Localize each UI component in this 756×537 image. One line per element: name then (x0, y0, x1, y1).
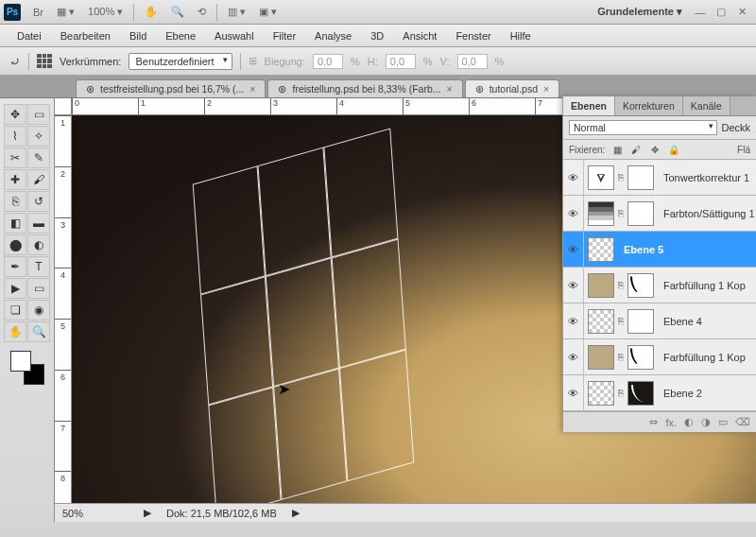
panel-footer-button[interactable]: ⌫ (735, 416, 750, 428)
layer-visibility-toggle[interactable]: 👁 (563, 339, 584, 374)
layer-row[interactable]: 👁⎘Farbton/Sättigung 1 (563, 196, 756, 232)
type-tool[interactable]: T (27, 256, 50, 277)
shape-tool[interactable]: ▭ (27, 278, 50, 299)
color-swatches[interactable] (10, 351, 44, 385)
link-icon[interactable]: ⎘ (617, 352, 625, 362)
menu-3d[interactable]: 3D (361, 26, 393, 45)
crop-tool[interactable]: ✂ (4, 147, 26, 168)
hand-tool-icon[interactable]: ✋ (138, 3, 164, 21)
menu-ebene[interactable]: Ebene (156, 26, 205, 45)
dodge-tool[interactable]: ◐ (27, 234, 50, 255)
lock-all-icon[interactable]: 🔒 (667, 143, 680, 156)
menu-bild[interactable]: Bild (120, 26, 156, 45)
mini-bridge-button[interactable]: ▦ ▾ (50, 3, 81, 21)
mask-thumb[interactable] (627, 201, 654, 226)
maximize-button[interactable]: ▢ (711, 6, 731, 18)
menu-bearbeiten[interactable]: Bearbeiten (51, 26, 120, 45)
gradient-tool[interactable]: ▬ (27, 213, 50, 234)
blur-tool[interactable]: ⬤ (4, 234, 26, 255)
link-icon[interactable]: ⎘ (617, 280, 625, 290)
document-tab[interactable]: ⊛freistellung.psd bei 8,33% (Farb...× (267, 79, 462, 97)
menu-analyse[interactable]: Analyse (305, 26, 361, 45)
layer-name[interactable]: Farbfüllung 1 Kop (658, 352, 746, 363)
layer-visibility-toggle[interactable]: 👁 (563, 268, 584, 303)
blend-mode-dropdown[interactable]: Normal (569, 120, 717, 135)
layer-thumb[interactable] (588, 237, 614, 262)
layer-name[interactable]: Farbfüllung 1 Kop (658, 280, 746, 291)
marquee-tool[interactable]: ▭ (27, 104, 50, 125)
layer-name[interactable]: Ebene 2 (658, 388, 702, 399)
panel-footer-button[interactable]: ◐ (684, 416, 694, 428)
status-menu-icon[interactable]: ▶ (292, 507, 300, 519)
layer-name[interactable]: Farbton/Sättigung 1 (658, 208, 755, 219)
link-icon[interactable]: ⎘ (617, 316, 625, 326)
path-select-tool[interactable]: ▶ (4, 278, 26, 299)
mask-thumb[interactable] (627, 273, 654, 298)
rotate-view-icon[interactable]: ⟲ (191, 3, 213, 21)
close-button[interactable]: ✕ (731, 6, 752, 18)
cancel-transform-icon[interactable]: ⤾ (9, 54, 21, 69)
panel-tab-kanäle[interactable]: Kanäle (683, 96, 730, 115)
tab-close-icon[interactable]: × (543, 83, 549, 95)
fill-thumb[interactable] (588, 345, 614, 370)
layer-name[interactable]: Ebene 4 (658, 316, 702, 327)
adjustment-thumb[interactable] (588, 201, 614, 226)
layer-name[interactable]: Tonwertkorrektur 1 (658, 172, 749, 183)
foreground-color-swatch[interactable] (10, 351, 31, 372)
layer-row[interactable]: 👁⎘Ebene 4 (563, 303, 756, 339)
mask-thumb[interactable] (627, 165, 654, 190)
vertical-ruler[interactable]: 12345678 (55, 115, 72, 522)
healing-tool[interactable]: ✚ (4, 169, 26, 190)
link-icon[interactable]: ⎘ (617, 172, 625, 182)
panel-footer-button[interactable]: ▭ (718, 416, 728, 428)
document-tab[interactable]: ⊛testfreistellung.psd bei 16,7% (...× (76, 79, 266, 97)
layer-row[interactable]: 👁⎘Farbfüllung 1 Kop (563, 268, 756, 303)
clone-tool[interactable]: ⎘ (4, 191, 26, 212)
menu-filter[interactable]: Filter (264, 26, 305, 45)
zoom-tool-icon[interactable]: 🔍 (164, 3, 191, 21)
mask-thumb[interactable] (627, 381, 654, 406)
menu-datei[interactable]: Datei (8, 26, 51, 45)
bridge-button[interactable]: Br (26, 4, 50, 21)
layer-name[interactable]: Ebene 5 (618, 244, 663, 255)
mask-thumb[interactable] (627, 309, 654, 334)
workspace-switcher[interactable]: Grundelemente ▾ (590, 4, 690, 20)
lock-position-icon[interactable]: ✥ (648, 143, 662, 156)
3d-camera-tool[interactable]: ◉ (27, 300, 50, 320)
warp-preset-dropdown[interactable]: Benutzerdefiniert (129, 53, 232, 70)
magic-wand-tool[interactable]: ✧ (27, 126, 50, 147)
lock-pixels-icon[interactable]: 🖌 (629, 143, 643, 156)
tab-close-icon[interactable]: × (249, 83, 255, 95)
link-icon[interactable]: ⎘ (617, 208, 625, 218)
menu-ansicht[interactable]: Ansicht (393, 26, 446, 45)
brush-tool[interactable]: 🖌 (27, 169, 50, 190)
arrange-docs-icon[interactable]: ▥ ▾ (221, 3, 252, 21)
layer-thumb[interactable] (588, 309, 614, 334)
adjustment-thumb[interactable]: ⛛ (588, 165, 614, 190)
tab-close-icon[interactable]: × (446, 83, 452, 95)
lasso-tool[interactable]: ⌇ (4, 126, 26, 147)
layer-visibility-toggle[interactable]: 👁 (563, 232, 584, 267)
fill-thumb[interactable] (588, 273, 614, 298)
link-icon[interactable]: ⎘ (617, 388, 625, 398)
panel-tab-ebenen[interactable]: Ebenen (563, 96, 615, 115)
eraser-tool[interactable]: ◧ (4, 213, 26, 234)
layer-thumb[interactable] (588, 381, 614, 406)
lock-transparent-icon[interactable]: ▦ (610, 143, 624, 156)
layer-row[interactable]: 👁Ebene 5 (563, 232, 756, 268)
warp-transform-overlay[interactable] (193, 129, 415, 503)
move-tool[interactable]: ✥ (4, 104, 26, 125)
warp-grid-icon[interactable] (37, 54, 52, 69)
layer-row[interactable]: 👁⎘Ebene 2 (563, 375, 756, 411)
panel-tab-korrekturen[interactable]: Korrekturen (615, 96, 683, 115)
layer-row[interactable]: 👁⎘Farbfüllung 1 Kop (563, 339, 756, 375)
panel-footer-button[interactable]: ⇔ (649, 416, 658, 428)
layer-visibility-toggle[interactable]: 👁 (563, 303, 584, 338)
pen-tool[interactable]: ✒ (4, 256, 26, 277)
minimize-button[interactable]: — (690, 7, 711, 18)
menu-fenster[interactable]: Fenster (446, 26, 500, 45)
menu-hilfe[interactable]: Hilfe (501, 26, 541, 45)
3d-tool[interactable]: ❏ (4, 300, 26, 320)
layer-visibility-toggle[interactable]: 👁 (563, 160, 584, 195)
mask-thumb[interactable] (627, 345, 654, 370)
